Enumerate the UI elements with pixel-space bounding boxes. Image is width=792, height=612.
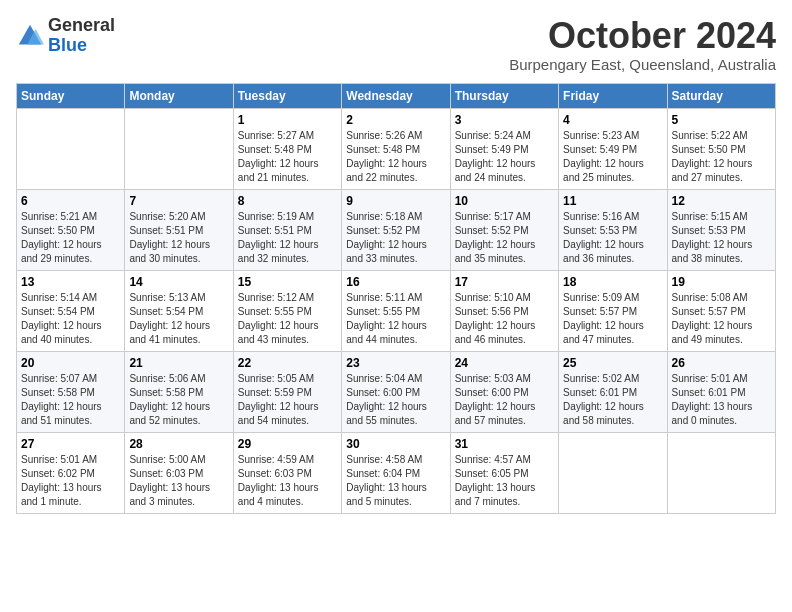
- day-info: Sunrise: 5:26 AM Sunset: 5:48 PM Dayligh…: [346, 129, 445, 185]
- day-number: 1: [238, 113, 337, 127]
- calendar-cell: 10Sunrise: 5:17 AM Sunset: 5:52 PM Dayli…: [450, 189, 558, 270]
- day-number: 4: [563, 113, 662, 127]
- header-day-friday: Friday: [559, 83, 667, 108]
- day-number: 13: [21, 275, 120, 289]
- calendar-cell: 6Sunrise: 5:21 AM Sunset: 5:50 PM Daylig…: [17, 189, 125, 270]
- day-info: Sunrise: 5:24 AM Sunset: 5:49 PM Dayligh…: [455, 129, 554, 185]
- calendar-body: 1Sunrise: 5:27 AM Sunset: 5:48 PM Daylig…: [17, 108, 776, 513]
- day-info: Sunrise: 5:14 AM Sunset: 5:54 PM Dayligh…: [21, 291, 120, 347]
- day-info: Sunrise: 5:10 AM Sunset: 5:56 PM Dayligh…: [455, 291, 554, 347]
- calendar-cell: 11Sunrise: 5:16 AM Sunset: 5:53 PM Dayli…: [559, 189, 667, 270]
- calendar-cell: 16Sunrise: 5:11 AM Sunset: 5:55 PM Dayli…: [342, 270, 450, 351]
- calendar-cell: 9Sunrise: 5:18 AM Sunset: 5:52 PM Daylig…: [342, 189, 450, 270]
- calendar-cell: 29Sunrise: 4:59 AM Sunset: 6:03 PM Dayli…: [233, 432, 341, 513]
- day-number: 5: [672, 113, 771, 127]
- calendar-cell: 12Sunrise: 5:15 AM Sunset: 5:53 PM Dayli…: [667, 189, 775, 270]
- day-info: Sunrise: 5:05 AM Sunset: 5:59 PM Dayligh…: [238, 372, 337, 428]
- calendar-cell: 8Sunrise: 5:19 AM Sunset: 5:51 PM Daylig…: [233, 189, 341, 270]
- calendar-cell: 17Sunrise: 5:10 AM Sunset: 5:56 PM Dayli…: [450, 270, 558, 351]
- day-info: Sunrise: 5:19 AM Sunset: 5:51 PM Dayligh…: [238, 210, 337, 266]
- calendar-cell: 26Sunrise: 5:01 AM Sunset: 6:01 PM Dayli…: [667, 351, 775, 432]
- day-number: 24: [455, 356, 554, 370]
- calendar-cell: 13Sunrise: 5:14 AM Sunset: 5:54 PM Dayli…: [17, 270, 125, 351]
- day-number: 31: [455, 437, 554, 451]
- calendar-cell: 25Sunrise: 5:02 AM Sunset: 6:01 PM Dayli…: [559, 351, 667, 432]
- day-info: Sunrise: 4:59 AM Sunset: 6:03 PM Dayligh…: [238, 453, 337, 509]
- day-number: 28: [129, 437, 228, 451]
- day-info: Sunrise: 5:18 AM Sunset: 5:52 PM Dayligh…: [346, 210, 445, 266]
- calendar-cell: 24Sunrise: 5:03 AM Sunset: 6:00 PM Dayli…: [450, 351, 558, 432]
- calendar-cell: 28Sunrise: 5:00 AM Sunset: 6:03 PM Dayli…: [125, 432, 233, 513]
- calendar-cell: 5Sunrise: 5:22 AM Sunset: 5:50 PM Daylig…: [667, 108, 775, 189]
- day-info: Sunrise: 5:09 AM Sunset: 5:57 PM Dayligh…: [563, 291, 662, 347]
- calendar-week-1: 1Sunrise: 5:27 AM Sunset: 5:48 PM Daylig…: [17, 108, 776, 189]
- day-number: 30: [346, 437, 445, 451]
- day-info: Sunrise: 5:02 AM Sunset: 6:01 PM Dayligh…: [563, 372, 662, 428]
- day-number: 6: [21, 194, 120, 208]
- calendar-cell: 22Sunrise: 5:05 AM Sunset: 5:59 PM Dayli…: [233, 351, 341, 432]
- calendar-cell: 1Sunrise: 5:27 AM Sunset: 5:48 PM Daylig…: [233, 108, 341, 189]
- day-info: Sunrise: 5:27 AM Sunset: 5:48 PM Dayligh…: [238, 129, 337, 185]
- header-day-tuesday: Tuesday: [233, 83, 341, 108]
- calendar-table: SundayMondayTuesdayWednesdayThursdayFrid…: [16, 83, 776, 514]
- day-info: Sunrise: 4:57 AM Sunset: 6:05 PM Dayligh…: [455, 453, 554, 509]
- month-title: October 2024: [509, 16, 776, 56]
- day-number: 3: [455, 113, 554, 127]
- day-number: 22: [238, 356, 337, 370]
- day-number: 17: [455, 275, 554, 289]
- day-info: Sunrise: 5:01 AM Sunset: 6:02 PM Dayligh…: [21, 453, 120, 509]
- calendar-cell: 31Sunrise: 4:57 AM Sunset: 6:05 PM Dayli…: [450, 432, 558, 513]
- day-info: Sunrise: 5:12 AM Sunset: 5:55 PM Dayligh…: [238, 291, 337, 347]
- calendar-cell: 3Sunrise: 5:24 AM Sunset: 5:49 PM Daylig…: [450, 108, 558, 189]
- day-number: 7: [129, 194, 228, 208]
- calendar-week-4: 20Sunrise: 5:07 AM Sunset: 5:58 PM Dayli…: [17, 351, 776, 432]
- header-day-saturday: Saturday: [667, 83, 775, 108]
- calendar-header: SundayMondayTuesdayWednesdayThursdayFrid…: [17, 83, 776, 108]
- calendar-cell: 15Sunrise: 5:12 AM Sunset: 5:55 PM Dayli…: [233, 270, 341, 351]
- calendar-cell: [667, 432, 775, 513]
- day-info: Sunrise: 5:01 AM Sunset: 6:01 PM Dayligh…: [672, 372, 771, 428]
- day-number: 21: [129, 356, 228, 370]
- day-info: Sunrise: 5:20 AM Sunset: 5:51 PM Dayligh…: [129, 210, 228, 266]
- day-info: Sunrise: 5:00 AM Sunset: 6:03 PM Dayligh…: [129, 453, 228, 509]
- calendar-week-5: 27Sunrise: 5:01 AM Sunset: 6:02 PM Dayli…: [17, 432, 776, 513]
- logo-blue-text: Blue: [48, 35, 87, 55]
- day-number: 18: [563, 275, 662, 289]
- header-day-wednesday: Wednesday: [342, 83, 450, 108]
- day-info: Sunrise: 5:08 AM Sunset: 5:57 PM Dayligh…: [672, 291, 771, 347]
- calendar-week-3: 13Sunrise: 5:14 AM Sunset: 5:54 PM Dayli…: [17, 270, 776, 351]
- day-number: 15: [238, 275, 337, 289]
- calendar-cell: 4Sunrise: 5:23 AM Sunset: 5:49 PM Daylig…: [559, 108, 667, 189]
- day-number: 11: [563, 194, 662, 208]
- day-info: Sunrise: 5:23 AM Sunset: 5:49 PM Dayligh…: [563, 129, 662, 185]
- day-info: Sunrise: 5:11 AM Sunset: 5:55 PM Dayligh…: [346, 291, 445, 347]
- header-row: SundayMondayTuesdayWednesdayThursdayFrid…: [17, 83, 776, 108]
- calendar-cell: 23Sunrise: 5:04 AM Sunset: 6:00 PM Dayli…: [342, 351, 450, 432]
- day-number: 25: [563, 356, 662, 370]
- header-day-thursday: Thursday: [450, 83, 558, 108]
- day-info: Sunrise: 5:15 AM Sunset: 5:53 PM Dayligh…: [672, 210, 771, 266]
- day-number: 12: [672, 194, 771, 208]
- header-day-sunday: Sunday: [17, 83, 125, 108]
- day-info: Sunrise: 4:58 AM Sunset: 6:04 PM Dayligh…: [346, 453, 445, 509]
- day-number: 23: [346, 356, 445, 370]
- day-info: Sunrise: 5:21 AM Sunset: 5:50 PM Dayligh…: [21, 210, 120, 266]
- header-day-monday: Monday: [125, 83, 233, 108]
- day-info: Sunrise: 5:06 AM Sunset: 5:58 PM Dayligh…: [129, 372, 228, 428]
- day-info: Sunrise: 5:13 AM Sunset: 5:54 PM Dayligh…: [129, 291, 228, 347]
- calendar-cell: [559, 432, 667, 513]
- page-header: General Blue October 2024 Burpengary Eas…: [16, 16, 776, 73]
- day-number: 19: [672, 275, 771, 289]
- calendar-cell: 14Sunrise: 5:13 AM Sunset: 5:54 PM Dayli…: [125, 270, 233, 351]
- day-number: 16: [346, 275, 445, 289]
- calendar-cell: 2Sunrise: 5:26 AM Sunset: 5:48 PM Daylig…: [342, 108, 450, 189]
- location-subtitle: Burpengary East, Queensland, Australia: [509, 56, 776, 73]
- day-number: 29: [238, 437, 337, 451]
- day-number: 20: [21, 356, 120, 370]
- day-info: Sunrise: 5:07 AM Sunset: 5:58 PM Dayligh…: [21, 372, 120, 428]
- day-info: Sunrise: 5:22 AM Sunset: 5:50 PM Dayligh…: [672, 129, 771, 185]
- calendar-cell: 19Sunrise: 5:08 AM Sunset: 5:57 PM Dayli…: [667, 270, 775, 351]
- day-info: Sunrise: 5:16 AM Sunset: 5:53 PM Dayligh…: [563, 210, 662, 266]
- calendar-cell: 18Sunrise: 5:09 AM Sunset: 5:57 PM Dayli…: [559, 270, 667, 351]
- day-number: 14: [129, 275, 228, 289]
